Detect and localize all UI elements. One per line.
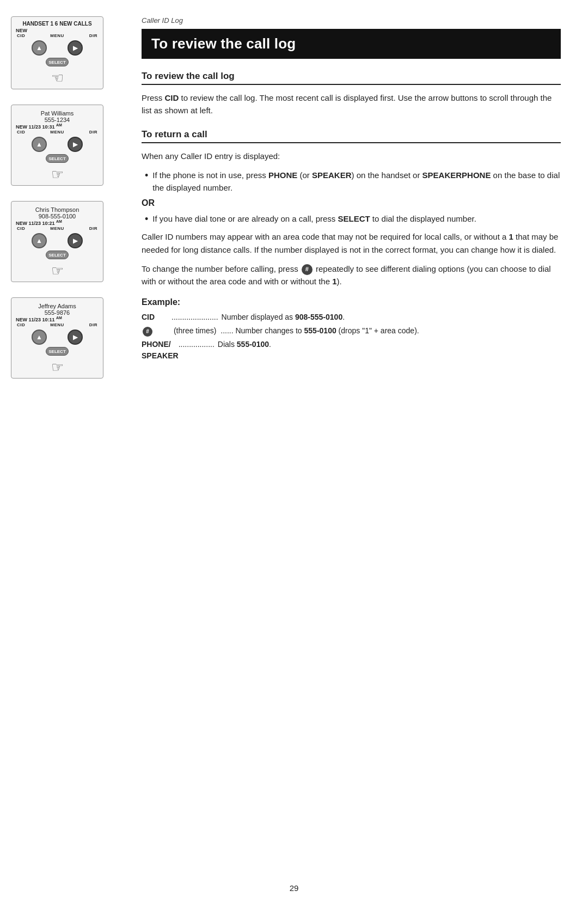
phone-card-2: Pat Williams 555-1234 NEW 11/23 10:31 AM… (11, 105, 103, 186)
select-btn-4[interactable]: SELECT (46, 347, 69, 356)
section2-heading: To return a call (142, 129, 561, 143)
up-arrow-btn-2[interactable]: ▲ (32, 137, 47, 152)
select-btn-2[interactable]: SELECT (46, 154, 69, 163)
card2-number: 555-1234 (16, 117, 99, 123)
dir-label-2: DIR (89, 130, 97, 135)
section2-intro: When any Caller ID entry is displayed: (142, 150, 561, 162)
example-key-phone: PHONE/ (142, 339, 179, 350)
example-dots-1: ...................... (171, 312, 218, 323)
example-row-3: PHONE/ SPEAKER ................. Dials 5… (142, 339, 561, 362)
example-table: CID ...................... Number displa… (142, 312, 561, 362)
card4-date: NEW 11/23 10:11 AM (16, 316, 99, 322)
page-number: 29 (290, 883, 299, 893)
cid-label-3: CID (17, 226, 25, 231)
card2-name: Pat Williams (16, 110, 99, 117)
example-row-1: CID ...................... Number displa… (142, 312, 561, 323)
card4-number: 555-9876 (16, 309, 99, 316)
example-dots-3: ................. (179, 339, 215, 350)
page-title: To review the call log (142, 29, 561, 59)
section1-body: Press CID to review the call log. The mo… (142, 91, 561, 117)
card3-number: 908-555-0100 (16, 213, 99, 219)
example-key-1: CID (142, 312, 171, 323)
menu-label: MENU (50, 33, 64, 38)
card2-date: NEW 11/23 10:31 AM (16, 123, 99, 130)
dir-label-4: DIR (89, 322, 97, 327)
body-text-3: To change the number before calling, pre… (142, 263, 561, 288)
body-text-2: Caller ID numbers may appear with an are… (142, 230, 561, 256)
example-row-2: # (three times) ...... Number changes to… (142, 325, 561, 337)
section1-heading: To review the call log (142, 71, 561, 85)
hash-icon: # (302, 264, 313, 275)
right-arrow-btn-2[interactable]: ▶ (68, 137, 83, 152)
example-val-2: (three times) ...... Number changes to 5… (171, 325, 419, 337)
up-arrow-btn-3[interactable]: ▲ (32, 233, 47, 248)
bullet-text-2: If you have dial tone or are already on … (152, 212, 476, 225)
example-heading: Example: (142, 297, 561, 307)
bullet-dot-1: • (145, 169, 148, 182)
up-arrow-btn-4[interactable]: ▲ (32, 330, 47, 345)
example-val-3: Dials 555-0100. (218, 339, 271, 350)
card1-title: HANDSET 1 6 NEW CALLS (16, 20, 99, 27)
card4-name: Jeffrey Adams (16, 303, 99, 309)
bullet-text-1: If the phone is not in use, press PHONE … (152, 169, 561, 194)
card3-date: NEW 11/23 10:21 AM (16, 219, 99, 226)
example-val-1: Number displayed as 908-555-0100. (222, 312, 345, 323)
breadcrumb: Caller ID Log (142, 16, 561, 25)
right-arrow-btn-4[interactable]: ▶ (68, 330, 83, 345)
menu-label-2: MENU (50, 130, 64, 135)
select-btn-1[interactable]: SELECT (46, 58, 69, 66)
menu-label-3: MENU (50, 226, 64, 231)
example-key-speaker: SPEAKER (142, 350, 179, 362)
example-key-2: # (142, 325, 171, 337)
main-content: Caller ID Log To review the call log To … (125, 0, 588, 876)
dir-label: DIR (89, 33, 97, 38)
cid-label-4: CID (17, 322, 25, 327)
or-label: OR (142, 198, 561, 208)
dir-label-3: DIR (89, 226, 97, 231)
select-btn-3[interactable]: SELECT (46, 251, 69, 259)
right-arrow-btn-1[interactable]: ▶ (68, 40, 83, 56)
cid-label-2: CID (17, 130, 25, 135)
phone-card-1: HANDSET 1 6 NEW CALLS NEW CID MENU DIR ▲… (11, 16, 103, 89)
phone-card-4: Jeffrey Adams 555-9876 NEW 11/23 10:11 A… (11, 297, 103, 379)
bullet-item-1: • If the phone is not in use, press PHON… (145, 169, 561, 194)
cid-label: CID (17, 33, 25, 38)
sidebar: HANDSET 1 6 NEW CALLS NEW CID MENU DIR ▲… (0, 0, 125, 876)
bullet-dot-2: • (145, 212, 148, 226)
up-arrow-btn-1[interactable]: ▲ (32, 40, 47, 56)
hash-icon-2: # (143, 327, 152, 337)
card3-name: Chris Thompson (16, 206, 99, 213)
bullet-item-2: • If you have dial tone or are already o… (145, 212, 561, 226)
menu-label-4: MENU (50, 322, 64, 327)
phone-card-3: Chris Thompson 908-555-0100 NEW 11/23 10… (11, 201, 103, 282)
card1-new: NEW (16, 28, 99, 33)
right-arrow-btn-3[interactable]: ▶ (68, 233, 83, 248)
